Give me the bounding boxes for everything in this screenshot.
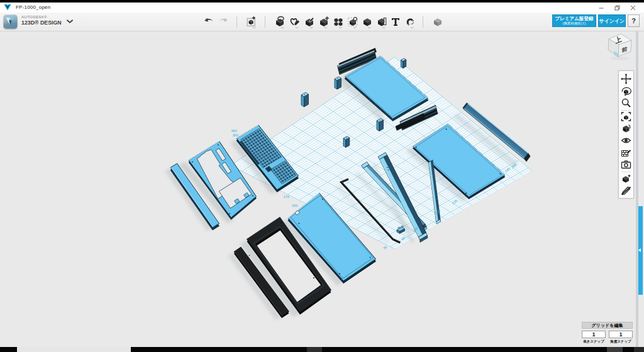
close-icon (630, 5, 636, 11)
shading-mode-icon[interactable] (621, 123, 631, 134)
pan-icon[interactable] (621, 74, 631, 84)
svg-text:75: 75 (383, 246, 389, 251)
pattern-tool-icon[interactable] (333, 16, 344, 27)
app-icon (4, 4, 11, 11)
grid-edit-button[interactable]: グリッドを編集 (582, 322, 633, 329)
transform-tool-icon[interactable] (246, 16, 257, 27)
standoff-5[interactable] (401, 58, 406, 69)
nav-divider (621, 110, 631, 111)
angle-snap-label: 角度スナップ (609, 339, 633, 344)
screenshot-icon[interactable] (621, 159, 631, 170)
premium-label: プレミアム版登録 (553, 16, 596, 21)
zoom-icon[interactable] (621, 97, 631, 108)
visibility-icon[interactable] (621, 135, 631, 146)
scene-3d: 360 350 175 150 75 50 100 200 225 240 25… (0, 31, 636, 347)
toolbar-separator (236, 16, 237, 28)
hide-sketches-icon[interactable] (621, 185, 631, 196)
taskbar-tray[interactable] (607, 347, 623, 352)
orbit-icon[interactable] (621, 85, 631, 96)
grouping-tool-icon[interactable] (347, 16, 358, 27)
brand-text: AUTODESK® 123D® DESIGN (21, 15, 62, 26)
view-cube[interactable]: 上 前 (604, 31, 636, 64)
taskbar-app-button[interactable] (307, 347, 322, 352)
taskbar[interactable] (0, 347, 644, 352)
window-right-edge (636, 31, 638, 347)
text-tool-icon[interactable] (390, 16, 401, 27)
materials-icon[interactable] (621, 147, 631, 158)
svg-text:175: 175 (284, 195, 289, 199)
menu-chevron-icon[interactable] (66, 19, 74, 25)
brand-123d-design: 123D® DESIGN (21, 20, 62, 26)
window-title: FP-1000_open (16, 4, 50, 10)
measure-tool-icon[interactable] (376, 16, 387, 27)
help-button[interactable]: ? (628, 14, 640, 27)
premium-sublabel: (商業利用向け) (553, 21, 596, 25)
material-tool-icon[interactable] (432, 16, 443, 27)
redo-icon[interactable] (218, 16, 229, 27)
app-logo[interactable] (3, 14, 18, 29)
construct-tool-icon[interactable] (304, 16, 315, 27)
svg-text:150: 150 (292, 204, 297, 208)
primitives-tool-icon[interactable] (274, 16, 286, 27)
navigation-toolbar (618, 70, 634, 199)
titlebar: FP-1000_open (0, 3, 644, 13)
panel-collapse-arrow-icon (638, 248, 641, 252)
viewport[interactable]: 360 350 175 150 75 50 100 200 225 240 25… (0, 31, 644, 347)
logo-123d-icon (3, 14, 18, 29)
brand-autodesk: AUTODESK® (21, 15, 62, 19)
maximize-button[interactable] (610, 4, 624, 12)
angle-snap-input[interactable] (609, 331, 633, 338)
close-button[interactable] (626, 4, 640, 12)
minimize-icon (599, 5, 604, 11)
svg-text:360: 360 (231, 129, 237, 133)
taskbar-show-desktop[interactable] (634, 347, 644, 352)
premium-register-button[interactable]: プレミアム版登録 (商業利用向け) (552, 14, 596, 27)
nav-divider (621, 172, 631, 172)
restore-icon (614, 5, 620, 11)
length-snap-input[interactable] (582, 331, 606, 338)
tool-dropdown-markers (248, 26, 437, 30)
combine-tool-icon[interactable] (362, 16, 373, 27)
standoff-4[interactable] (377, 119, 384, 131)
svg-text:350: 350 (233, 134, 238, 138)
undo-icon[interactable] (203, 16, 214, 27)
main-toolbar: AUTODESK® 123D® DESIGN (0, 13, 644, 31)
length-snap-label: 長さスナップ (582, 339, 606, 344)
grid-edit-panel: グリッドを編集 長さスナップ 角度スナップ (582, 322, 633, 345)
signin-label: サインイン (599, 18, 625, 25)
snap-tool-icon[interactable] (404, 16, 415, 27)
standoff-1[interactable] (301, 92, 309, 107)
minimize-button[interactable] (594, 4, 608, 12)
app-window: { "window": { "title": "FP-1000_open" },… (0, 0, 644, 352)
standoff-2[interactable] (335, 77, 341, 89)
show-solids-icon[interactable] (621, 173, 631, 184)
modify-tool-icon[interactable] (318, 16, 330, 27)
standoff-3[interactable] (343, 136, 350, 148)
signin-button[interactable]: サインイン (598, 14, 626, 27)
taskbar-search-box[interactable] (17, 347, 131, 352)
sketch-tool-icon[interactable] (289, 16, 301, 27)
library-panel-tab[interactable] (638, 206, 643, 295)
fit-view-icon[interactable] (621, 111, 631, 122)
